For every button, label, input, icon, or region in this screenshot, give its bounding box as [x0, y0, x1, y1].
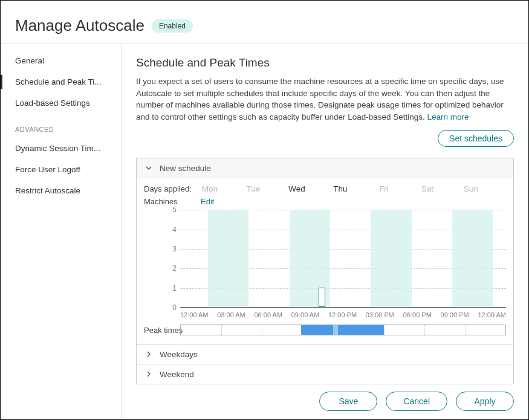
x-tick: 12:00 PM	[328, 311, 357, 318]
x-tick: 06:00 PM	[403, 311, 432, 318]
sidebar-item-dynamic-session[interactable]: Dynamic Session Tim...	[1, 138, 121, 159]
sidebar-item-force-logoff[interactable]: Force User Logoff	[1, 159, 121, 180]
schedule-expand-header-weekend[interactable]: Weekend	[137, 364, 513, 384]
set-schedules-button[interactable]: Set schedules	[438, 130, 514, 147]
sidebar-item-restrict-autoscale[interactable]: Restrict Autoscale	[1, 180, 121, 201]
day-thu[interactable]: Thu	[331, 184, 349, 193]
chart-x-axis: 12:00 AM03:00 AM06:00 AM09:00 AM12:00 PM…	[180, 311, 506, 318]
cancel-button[interactable]: Cancel	[386, 392, 447, 411]
sidebar-item-load-settings[interactable]: Load-based Settings	[1, 92, 121, 114]
highlight-band	[208, 210, 248, 307]
save-button[interactable]: Save	[319, 392, 377, 411]
x-tick: 03:00 AM	[217, 311, 245, 318]
y-tick: 0	[168, 303, 177, 312]
schedule-name: New schedule	[160, 164, 211, 173]
learn-more-link[interactable]: Learn more	[427, 112, 469, 121]
machines-label: Machines	[144, 197, 197, 206]
schedule-name-weekdays: Weekdays	[160, 350, 198, 359]
apply-button[interactable]: Apply	[456, 392, 514, 411]
peak-gridline	[262, 325, 262, 335]
day-sun[interactable]: Sun	[462, 184, 480, 193]
peak-gridline	[221, 325, 222, 335]
y-tick: 5	[168, 205, 177, 214]
day-sat[interactable]: Sat	[418, 184, 437, 193]
day-tue[interactable]: Tue	[244, 184, 262, 193]
chevron-right-icon	[144, 369, 154, 379]
main-panel: Schedule and Peak Times If you expect a …	[122, 44, 528, 420]
day-fri[interactable]: Fri	[375, 184, 393, 193]
peak-gridline	[424, 325, 425, 335]
y-tick: 4	[168, 225, 177, 234]
peak-gridline	[465, 325, 466, 335]
peak-segment[interactable]	[333, 325, 338, 335]
sidebar: General Schedule and Peak Ti... Load-bas…	[1, 44, 122, 420]
schedule-expand-header-new[interactable]: New schedule	[137, 158, 513, 178]
section-description: If you expect a set of users to consume …	[136, 76, 514, 123]
schedule-body: Days applied: Mon Tue Wed Thu Fri Sat Su…	[137, 178, 513, 344]
footer-actions: Save Cancel Apply	[1, 383, 528, 419]
chart-bar[interactable]	[319, 288, 325, 307]
day-mon[interactable]: Mon	[201, 184, 219, 193]
schedule-name-weekend: Weekend	[160, 370, 194, 379]
y-tick: 3	[168, 245, 177, 253]
days-applied-label: Days applied:	[144, 184, 197, 193]
day-wed[interactable]: Wed	[288, 184, 306, 193]
peak-segment[interactable]	[338, 325, 383, 335]
x-tick: 06:00 AM	[255, 311, 282, 318]
schedule-card: New schedule Days applied: Mon Tue Wed T…	[136, 158, 514, 384]
section-title: Schedule and Peak Times	[136, 56, 514, 69]
header: Manage Autoscale Enabled	[1, 1, 528, 44]
x-tick: 09:00 AM	[291, 311, 319, 318]
sidebar-item-schedule-peak[interactable]: Schedule and Peak Ti...	[1, 71, 121, 92]
sidebar-item-general[interactable]: General	[1, 50, 121, 71]
machines-edit-link[interactable]: Edit	[201, 197, 214, 206]
sidebar-section-advanced: ADVANCED	[1, 114, 121, 138]
chevron-right-icon	[144, 349, 154, 359]
status-badge: Enabled	[152, 19, 193, 33]
peak-segment[interactable]	[301, 325, 334, 335]
chevron-down-icon	[144, 163, 154, 173]
highlight-band	[371, 210, 411, 307]
chart-plot-area[interactable]	[180, 210, 506, 308]
y-tick: 2	[168, 264, 177, 273]
schedule-expand-header-weekdays[interactable]: Weekdays	[137, 344, 513, 364]
x-tick: 12:00 AM	[180, 311, 208, 318]
peak-times-row: Peak times	[144, 325, 506, 335]
x-tick: 09:00 PM	[441, 311, 469, 318]
x-tick: 12:00 AM	[478, 311, 505, 318]
highlight-band	[452, 210, 493, 307]
days-list: Mon Tue Wed Thu Fri Sat Sun	[201, 184, 480, 193]
peak-times-track[interactable]	[180, 325, 506, 335]
machines-chart: 12:00 AM03:00 AM06:00 AM09:00 AM12:00 PM…	[144, 210, 506, 318]
x-tick: 03:00 PM	[366, 311, 394, 318]
peak-gridline	[384, 325, 385, 335]
y-tick: 1	[168, 284, 177, 292]
page-title: Manage Autoscale	[15, 16, 144, 35]
